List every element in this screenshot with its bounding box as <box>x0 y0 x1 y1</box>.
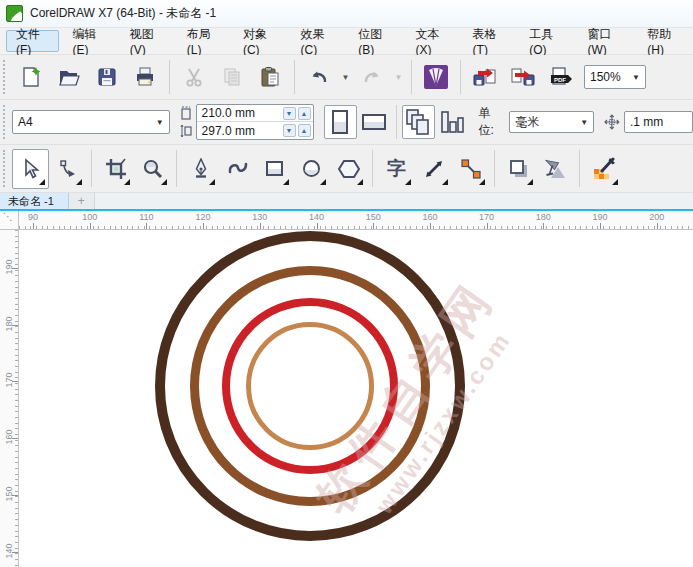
menu-item-8[interactable]: 文本(X) <box>405 30 458 52</box>
paper-size-combo[interactable]: A4 ▼ <box>12 110 170 134</box>
zoom-tool[interactable] <box>134 149 171 189</box>
vruler-label: 190 <box>4 252 14 282</box>
dimension-arrow-icon <box>423 158 445 180</box>
crop-tool[interactable] <box>97 149 134 189</box>
shape-tool[interactable] <box>49 149 86 189</box>
search-content-button[interactable] <box>417 59 455 95</box>
page-width-value[interactable]: 210.0 mm <box>202 106 255 120</box>
publish-pdf-button[interactable]: PDF <box>542 59 580 95</box>
hruler-tick <box>430 223 431 229</box>
document-tab[interactable]: 未命名 -1 <box>0 193 69 209</box>
portrait-icon <box>330 109 350 135</box>
export-button[interactable] <box>504 59 542 95</box>
menu-item-5[interactable]: 对象(C) <box>233 30 287 52</box>
pick-cursor-icon <box>20 158 42 180</box>
landscape-button[interactable] <box>357 105 390 139</box>
zoom-level-combo[interactable]: 150% ▼ <box>584 65 646 89</box>
chevron-down-icon: ▼ <box>150 118 164 127</box>
page-dimensions: 210.0 mm ▼ ▲ 297.0 mm ▼ ▲ <box>180 104 314 140</box>
vruler-tick <box>12 552 18 553</box>
ellipse-tool[interactable] <box>293 149 330 189</box>
standard-toolbar: ▼ ▼ <box>0 55 693 100</box>
page-specific-size-button[interactable] <box>435 105 468 139</box>
dimension-tool[interactable] <box>415 149 452 189</box>
page-width-icon <box>180 106 192 120</box>
document-tab-bar: 未命名 -1+ <box>0 193 693 211</box>
svg-text:PDF: PDF <box>554 77 566 83</box>
new-page-tab-button[interactable]: + <box>69 193 95 209</box>
menu-item-3[interactable]: 视图(V) <box>120 30 173 52</box>
hruler-tick <box>90 223 91 229</box>
toolbar-separator <box>460 60 461 94</box>
pen-nib-icon <box>190 158 212 180</box>
page-height-icon <box>180 124 192 138</box>
hruler-label: 160 <box>422 212 437 222</box>
search-content-icon <box>423 64 449 90</box>
toolbar-gripper[interactable] <box>3 60 10 94</box>
transparency-tool[interactable] <box>537 149 574 189</box>
hruler-tick <box>317 223 318 229</box>
save-button[interactable] <box>88 59 126 95</box>
vertical-ruler[interactable]: 190180170160150140 <box>0 230 19 567</box>
copy-button[interactable] <box>213 59 251 95</box>
menu-item-10[interactable]: 工具(O) <box>519 30 573 52</box>
menu-item-11[interactable]: 窗口(W) <box>577 30 633 52</box>
menu-item-12[interactable]: 帮助(H) <box>637 30 691 52</box>
redo-button[interactable] <box>353 59 391 95</box>
undo-button[interactable] <box>300 59 338 95</box>
vruler-tick <box>12 268 18 269</box>
toolbar-separator <box>176 150 177 187</box>
nudge-offset-field[interactable]: .1 mm <box>624 111 693 133</box>
vruler-label: 180 <box>4 309 14 339</box>
undo-dropdown[interactable]: ▼ <box>338 59 353 95</box>
hruler-label: 170 <box>479 212 494 222</box>
open-button[interactable] <box>50 59 88 95</box>
menu-item-1[interactable]: 文件(F) <box>6 30 59 52</box>
menu-item-2[interactable]: 编辑(E) <box>63 30 116 52</box>
menu-item-7[interactable]: 位图(B) <box>348 30 401 52</box>
height-spin-up[interactable]: ▲ <box>298 124 311 137</box>
undo-icon <box>308 66 330 88</box>
horizontal-ruler[interactable]: 90100110120130140150160170180190200 <box>19 211 693 229</box>
paste-button[interactable] <box>251 59 289 95</box>
cut-button[interactable] <box>175 59 213 95</box>
paste-clipboard-icon <box>259 66 281 88</box>
new-document-button[interactable] <box>12 59 50 95</box>
toolbar-gripper[interactable] <box>3 105 10 139</box>
ruler-origin-corner[interactable] <box>0 211 19 229</box>
pick-tool[interactable] <box>12 149 49 189</box>
inner-circle[interactable] <box>246 322 374 450</box>
redo-dropdown[interactable]: ▼ <box>391 59 406 95</box>
all-pages-same-size-button[interactable] <box>402 105 435 139</box>
drop-shadow-tool[interactable] <box>500 149 537 189</box>
polygon-tool[interactable] <box>330 149 367 189</box>
portrait-button[interactable] <box>324 105 357 139</box>
rectangle-tool[interactable] <box>256 149 293 189</box>
page-height-value[interactable]: 297.0 mm <box>202 124 255 138</box>
pen-tool[interactable] <box>182 149 219 189</box>
freehand-curve-tool[interactable] <box>219 149 256 189</box>
chevron-down-icon: ▼ <box>626 73 640 82</box>
connector-tool[interactable] <box>452 149 489 189</box>
width-spin-up[interactable]: ▲ <box>298 107 311 120</box>
toolbar-separator <box>579 150 580 187</box>
redo-icon <box>361 66 383 88</box>
menu-item-9[interactable]: 表格(T) <box>463 30 516 52</box>
import-icon <box>473 66 497 88</box>
color-eyedropper-tool[interactable] <box>585 149 622 189</box>
hruler-tick <box>600 223 601 229</box>
import-button[interactable] <box>466 59 504 95</box>
menu-item-4[interactable]: 布局(L) <box>177 30 229 52</box>
width-spin-down[interactable]: ▼ <box>283 107 296 120</box>
hruler-label: 130 <box>252 212 267 222</box>
vruler-tick <box>12 438 18 439</box>
height-spin-down[interactable]: ▼ <box>283 124 296 137</box>
print-button[interactable] <box>126 59 164 95</box>
text-tool[interactable]: 字 <box>378 149 415 189</box>
menu-item-6[interactable]: 效果(C) <box>291 30 345 52</box>
chevron-down-icon: ▼ <box>574 118 588 127</box>
pdf-icon: PDF <box>549 66 573 88</box>
toolbar-gripper[interactable] <box>3 150 10 187</box>
units-combo[interactable]: 毫米 ▼ <box>509 111 594 133</box>
hruler-label: 200 <box>649 212 664 222</box>
